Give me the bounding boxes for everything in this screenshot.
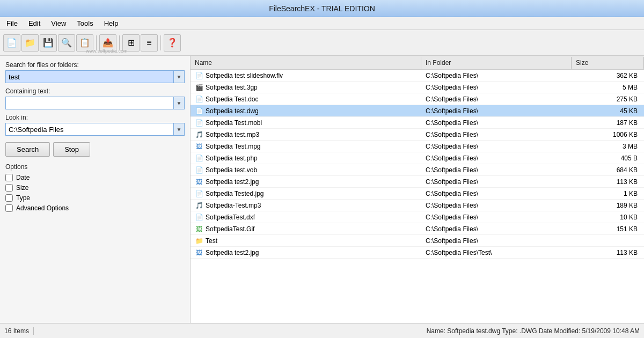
- cell-size: 405 B: [572, 153, 644, 163]
- options-section: Options DateSizeTypeAdvanced Options: [5, 163, 185, 215]
- col-header-name[interactable]: Name: [191, 57, 421, 69]
- checkbox-row-type: Type: [5, 194, 185, 202]
- cell-name: 📄Softpedia Tested.jpg: [191, 188, 421, 199]
- cell-folder: C:\Softpedia Files\: [421, 106, 572, 116]
- table-row[interactable]: 📄Softpedia Test.docC:\Softpedia Files\27…: [191, 93, 644, 105]
- cell-size: 1 KB: [572, 189, 644, 199]
- stop-button[interactable]: Stop: [53, 142, 90, 157]
- table-row[interactable]: 🎵Softpedia test.mp3C:\Softpedia Files\10…: [191, 129, 644, 141]
- col-header-size[interactable]: Size: [572, 57, 644, 69]
- search-dropdown-arrow[interactable]: ▼: [173, 71, 184, 83]
- audio-red-icon: 🎵: [195, 201, 203, 210]
- file-name-text: Softpedia test2.jpg: [206, 249, 259, 256]
- table-row[interactable]: 📄Softpedia test.dwgC:\Softpedia Files\45…: [191, 105, 644, 117]
- table-row[interactable]: 📄Softpedia test slideshow.flvC:\Softpedi…: [191, 70, 644, 82]
- file-name-text: Softpedia Test.doc: [206, 95, 259, 103]
- image-icon: 🖼: [195, 142, 203, 151]
- checkbox-advanced-options[interactable]: [5, 204, 13, 212]
- file-name-text: Softpedia Test.mobi: [206, 119, 262, 127]
- lookin-input-row[interactable]: ▼: [5, 123, 185, 136]
- file-name-text: Softpedia-Test.mp3: [206, 202, 261, 209]
- table-row[interactable]: 🖼Softpedia Test.mpgC:\Softpedia Files\3 …: [191, 141, 644, 152]
- results-header: Name In Folder Size: [191, 56, 644, 70]
- menu-item-tools[interactable]: Tools: [72, 18, 97, 28]
- generic-icon: 📄: [195, 71, 203, 80]
- generic-icon: 📄: [195, 213, 203, 222]
- search-button[interactable]: Search: [5, 142, 50, 157]
- generic-icon: 📄: [195, 119, 203, 127]
- cell-size: 113 KB: [572, 248, 644, 258]
- save-btn[interactable]: 💾: [40, 34, 57, 52]
- options-title: Options: [5, 163, 185, 171]
- table-row[interactable]: 🖼Softpedia test2.jpgC:\Softpedia Files\1…: [191, 176, 644, 188]
- generic-icon: 📄: [195, 154, 203, 163]
- cell-size: 189 KB: [572, 201, 644, 210]
- cell-name: 📄Softpedia test slideshow.flv: [191, 70, 421, 81]
- search-input-row[interactable]: ▼: [5, 70, 185, 83]
- cell-folder: C:\Softpedia Files\: [421, 83, 572, 92]
- checkbox-date[interactable]: [5, 174, 13, 181]
- table-row[interactable]: 📄Softpedia test.phpC:\Softpedia Files\40…: [191, 152, 644, 164]
- table-row[interactable]: 📄Softpedia Test.mobiC:\Softpedia Files\1…: [191, 117, 644, 129]
- table-row[interactable]: 🖼Softpedia test2.jpgC:\Softpedia Files\T…: [191, 247, 644, 259]
- lookin-dropdown-arrow[interactable]: ▼: [173, 123, 184, 135]
- file-name-text: SoftpediaTest.Gif: [206, 225, 254, 233]
- cell-folder: C:\Softpedia Files\: [421, 153, 572, 163]
- file-name-text: Softpedia test slideshow.flv: [206, 72, 283, 79]
- containing-input-row[interactable]: ▼: [5, 97, 185, 109]
- containing-dropdown-arrow[interactable]: ▼: [173, 97, 184, 109]
- audio-red-icon: 🎵: [195, 130, 203, 139]
- cell-size: [572, 240, 644, 242]
- file-name-text: Softpedia Test.mpg: [206, 143, 261, 150]
- search-label: Search for files or folders:: [5, 61, 185, 69]
- table-row[interactable]: 📄Softpedia test.vobC:\Softpedia Files\68…: [191, 164, 644, 176]
- file-name-text: Softpedia test.mp3: [206, 131, 259, 138]
- cell-name: 📁Test: [191, 236, 421, 246]
- cell-name: 📄Softpedia Test.doc: [191, 94, 421, 105]
- table-row[interactable]: 🎵Softpedia-Test.mp3C:\Softpedia Files\18…: [191, 200, 644, 211]
- main-content: Search for files or folders: ▼ Containin…: [0, 56, 644, 323]
- menu-item-edit[interactable]: Edit: [24, 18, 45, 28]
- search-input[interactable]: [6, 71, 173, 83]
- file-name-text: Softpedia test.vob: [206, 166, 257, 174]
- checkbox-size[interactable]: [5, 184, 13, 192]
- checkbox-row-size: Size: [5, 184, 185, 192]
- table-row[interactable]: 📁TestC:\Softpedia Files\: [191, 235, 644, 247]
- cell-name: 📄SoftpediaTest.dxf: [191, 212, 421, 223]
- table-row[interactable]: 🎬Softpedia test.3gpC:\Softpedia Files\5 …: [191, 82, 644, 93]
- file-name-text: Softpedia test.3gp: [206, 84, 258, 91]
- generic-icon: 📄: [195, 95, 203, 104]
- open-btn[interactable]: 📁: [21, 34, 39, 52]
- cell-folder: C:\Softpedia Files\: [421, 142, 572, 151]
- checkbox-type[interactable]: [5, 194, 13, 202]
- col-header-folder[interactable]: In Folder: [421, 57, 572, 69]
- containing-input[interactable]: [6, 98, 173, 109]
- cell-folder: C:\Softpedia Files\: [421, 224, 572, 234]
- cell-size: 45 KB: [572, 106, 644, 116]
- menu-item-help[interactable]: Help: [100, 18, 123, 28]
- action-buttons-row: Search Stop: [5, 142, 185, 157]
- table-row[interactable]: 📄SoftpediaTest.dxfC:\Softpedia Files\10 …: [191, 211, 644, 223]
- table-row[interactable]: 📄Softpedia Tested.jpgC:\Softpedia Files\…: [191, 188, 644, 200]
- containing-field-group: Containing text: ▼: [5, 87, 185, 109]
- file-name-text: Softpedia test.php: [206, 155, 258, 162]
- app-title: FileSearchEX - TRIAL EDITION: [269, 4, 375, 13]
- checkbox-label-date: Date: [16, 174, 30, 181]
- cell-size: 362 KB: [572, 71, 644, 80]
- table-row[interactable]: 🖼SoftpediaTest.GifC:\Softpedia Files\151…: [191, 223, 644, 235]
- lookin-input[interactable]: [6, 124, 173, 135]
- cell-folder: C:\Softpedia Files\: [421, 212, 572, 222]
- checkbox-row-date: Date: [5, 174, 185, 181]
- file-name-text: Softpedia test.dwg: [206, 107, 259, 115]
- list-btn[interactable]: ≡: [141, 34, 158, 52]
- cell-size: 684 KB: [572, 165, 644, 175]
- menu-item-file[interactable]: File: [2, 18, 22, 28]
- menu-item-view[interactable]: View: [47, 18, 70, 28]
- search-btn-toolbar[interactable]: 🔍: [58, 34, 75, 52]
- cell-name: 🖼Softpedia Test.mpg: [191, 141, 421, 152]
- new-btn[interactable]: 📄: [3, 34, 20, 52]
- help-btn[interactable]: ❓: [164, 34, 181, 52]
- file-name-text: SoftpediaTest.dxf: [206, 214, 255, 221]
- items-count: 16 Items: [4, 327, 34, 335]
- cell-name: 📄Softpedia test.dwg: [191, 106, 421, 116]
